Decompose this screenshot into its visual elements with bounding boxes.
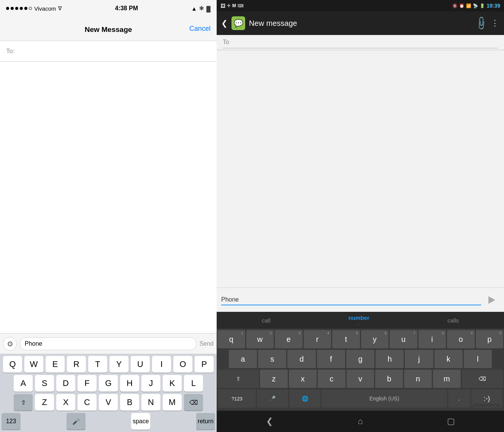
ios-camera-button[interactable]: ⊙ bbox=[3, 337, 17, 351]
android-attach-icon[interactable]: 📎 bbox=[473, 15, 489, 31]
android-key-y[interactable]: 6y bbox=[361, 330, 389, 348]
android-key-u[interactable]: 7u bbox=[390, 330, 417, 348]
ios-key-r[interactable]: R bbox=[67, 356, 86, 373]
ios-key-k[interactable]: K bbox=[163, 375, 182, 392]
android-key-g[interactable]: g bbox=[346, 350, 374, 368]
ios-key-shift[interactable]: ⇧ bbox=[14, 394, 33, 411]
android-key-mic[interactable]: 🎤 bbox=[257, 389, 288, 408]
android-autocomplete-calls[interactable]: calls bbox=[447, 317, 459, 324]
ios-key-m[interactable]: M bbox=[163, 394, 182, 411]
android-key-z[interactable]: z bbox=[260, 370, 288, 388]
android-autocomplete-dots: ... bbox=[357, 321, 361, 326]
android-key-d[interactable]: d bbox=[287, 350, 315, 368]
android-time: 19:39 bbox=[487, 3, 500, 9]
android-battery-icon: 🔋 bbox=[480, 3, 485, 8]
android-phone-input[interactable] bbox=[221, 295, 481, 305]
android-more-icon[interactable]: ⋮ bbox=[491, 18, 499, 28]
ios-key-l[interactable]: L bbox=[184, 375, 203, 392]
android-key-e[interactable]: 3e bbox=[275, 330, 303, 348]
ios-key-d[interactable]: D bbox=[56, 375, 75, 392]
ios-key-b[interactable]: B bbox=[120, 394, 139, 411]
android-key-m[interactable]: m bbox=[433, 370, 461, 388]
android-nav-recent-button[interactable]: ▢ bbox=[442, 412, 460, 430]
android-key-period[interactable]: . bbox=[448, 389, 470, 408]
android-key-w[interactable]: 2w bbox=[246, 330, 274, 348]
ios-location-icon: ▲ bbox=[191, 5, 197, 12]
android-key-r-num: 4 bbox=[327, 331, 329, 335]
ios-key-return[interactable]: return bbox=[196, 413, 215, 430]
android-key-n[interactable]: n bbox=[404, 370, 432, 388]
ios-key-u[interactable]: U bbox=[131, 356, 150, 373]
ios-key-space[interactable]: space bbox=[131, 413, 150, 430]
ios-key-numbers[interactable]: 123 bbox=[2, 413, 21, 430]
ios-status-left: Vivacom ∇ bbox=[6, 5, 62, 12]
ios-cancel-button[interactable]: Cancel bbox=[189, 25, 211, 33]
android-key-space[interactable]: English (US) bbox=[322, 389, 447, 408]
ios-key-row-1: Q W E R T Y U I O P bbox=[0, 356, 217, 373]
android-key-f[interactable]: f bbox=[317, 350, 345, 368]
android-key-a[interactable]: a bbox=[229, 350, 257, 368]
ios-key-a[interactable]: A bbox=[14, 375, 33, 392]
android-key-b[interactable]: b bbox=[375, 370, 403, 388]
ios-key-v[interactable]: V bbox=[99, 394, 118, 411]
android-key-shift[interactable]: ⇧ bbox=[217, 370, 259, 388]
ios-dot-6 bbox=[29, 7, 32, 10]
android-key-p[interactable]: 0p bbox=[476, 330, 504, 348]
android-key-sym[interactable]: ?123 bbox=[218, 389, 256, 408]
android-key-t[interactable]: 5t bbox=[332, 330, 360, 348]
ios-key-y[interactable]: Y bbox=[109, 356, 128, 373]
android-key-c[interactable]: c bbox=[318, 370, 346, 388]
android-key-x[interactable]: x bbox=[289, 370, 317, 388]
android-key-w-num: 2 bbox=[270, 331, 272, 335]
ios-key-g[interactable]: G bbox=[99, 375, 118, 392]
android-autocomplete-number[interactable]: number bbox=[349, 314, 369, 321]
ios-nav-bar: New Message Cancel bbox=[0, 17, 217, 41]
android-nav-home-button[interactable]: ⌂ bbox=[351, 412, 369, 430]
android-key-k[interactable]: k bbox=[434, 350, 463, 368]
android-autocomplete-call[interactable]: call bbox=[262, 317, 271, 324]
android-keyboard-icon: ⌨ bbox=[238, 3, 244, 8]
ios-screen: Vivacom ∇ 4:38 PM ▲ ✻ ▓ New Message Canc… bbox=[0, 0, 217, 432]
ios-to-input[interactable] bbox=[18, 48, 211, 55]
ios-key-backspace[interactable]: ⌫ bbox=[184, 394, 203, 411]
ios-key-c[interactable]: C bbox=[78, 394, 97, 411]
ios-key-s[interactable]: S bbox=[35, 375, 54, 392]
ios-key-h[interactable]: H bbox=[120, 375, 139, 392]
android-key-h[interactable]: h bbox=[376, 350, 404, 368]
android-key-q[interactable]: 1q bbox=[217, 330, 245, 348]
android-key-l[interactable]: l bbox=[464, 350, 492, 368]
ios-key-j[interactable]: J bbox=[141, 375, 160, 392]
ios-key-mic[interactable]: 🎤 bbox=[67, 413, 86, 430]
ios-battery-icon: ▓ bbox=[206, 5, 211, 12]
ios-nav-title: New Message bbox=[85, 25, 132, 34]
android-key-o[interactable]: 9o bbox=[447, 330, 475, 348]
ios-to-row: To: bbox=[0, 41, 217, 62]
ios-key-o[interactable]: O bbox=[173, 356, 192, 373]
android-key-j[interactable]: j bbox=[405, 350, 433, 368]
ios-key-q[interactable]: Q bbox=[3, 356, 22, 373]
ios-key-i[interactable]: I bbox=[152, 356, 171, 373]
ios-input-bar: ⊙ Send bbox=[0, 333, 217, 354]
android-key-i[interactable]: 8i bbox=[418, 330, 446, 348]
ios-key-e[interactable]: E bbox=[46, 356, 65, 373]
android-nav-back-button[interactable]: ❮ bbox=[260, 412, 279, 430]
ios-key-z[interactable]: Z bbox=[35, 394, 54, 411]
android-soft-nav: ❮ ⌂ ▢ bbox=[217, 411, 504, 432]
android-key-globe[interactable]: 🌐 bbox=[289, 389, 320, 408]
android-send-button[interactable] bbox=[484, 292, 499, 308]
android-crosshair-icon: ✛ bbox=[227, 3, 231, 8]
ios-key-w[interactable]: W bbox=[24, 356, 43, 373]
android-key-v[interactable]: v bbox=[347, 370, 374, 388]
android-key-s[interactable]: s bbox=[258, 350, 286, 368]
android-key-r[interactable]: 4r bbox=[304, 330, 331, 348]
ios-key-p[interactable]: P bbox=[195, 356, 214, 373]
android-back-icon[interactable]: ❮ bbox=[221, 19, 228, 28]
ios-key-x[interactable]: X bbox=[56, 394, 75, 411]
ios-key-t[interactable]: T bbox=[88, 356, 107, 373]
ios-dot-5 bbox=[24, 7, 27, 10]
ios-key-f[interactable]: F bbox=[78, 375, 97, 392]
ios-message-input[interactable] bbox=[20, 337, 197, 350]
ios-send-button[interactable]: Send bbox=[200, 340, 214, 347]
ios-key-n[interactable]: N bbox=[141, 394, 160, 411]
android-key-backspace[interactable]: ⌫ bbox=[462, 370, 503, 388]
